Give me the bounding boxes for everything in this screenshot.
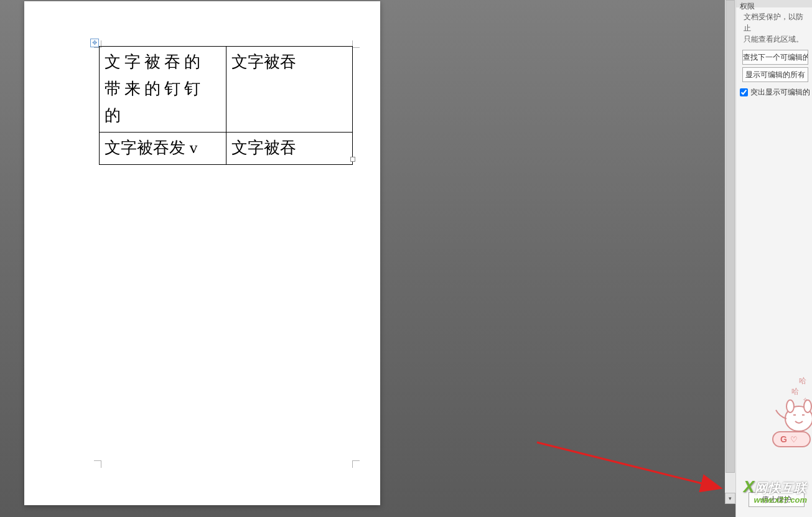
panel-buttons: 查找下一个可编辑的 显示可编辑的所有 xyxy=(736,47,812,86)
table-cell[interactable]: 文字被吞的带来的钉钉的 xyxy=(100,47,226,133)
annotation-arrow-icon xyxy=(534,439,733,495)
table-move-handle-icon[interactable]: ✥ xyxy=(90,39,99,47)
table-cell[interactable]: 文字被吞 xyxy=(226,132,353,164)
panel-description-line: 只能查看此区域。 xyxy=(744,35,803,44)
svg-point-4 xyxy=(786,400,794,412)
svg-line-1 xyxy=(537,442,719,488)
highlight-editable-checkbox[interactable] xyxy=(740,88,748,96)
svg-text:♡: ♡ xyxy=(790,435,798,444)
table-resize-handle-icon[interactable] xyxy=(350,157,355,162)
show-all-editable-button[interactable]: 显示可编辑的所有 xyxy=(742,67,808,82)
document-page[interactable]: ✥ 文字被吞的带来的钉钉的 文字被吞 文字被吞发 v 文字被吞 xyxy=(24,1,380,505)
stop-protection-button[interactable]: 停止保护 xyxy=(749,492,805,507)
mascot-text: 哈 xyxy=(791,387,799,396)
svg-text:G: G xyxy=(780,434,787,444)
table-cell[interactable]: 文字被吞发 v xyxy=(100,132,226,164)
highlight-editable-label: 突出显示可编辑的 xyxy=(750,87,810,98)
panel-description: 文档受保护，以防止 只能查看此区域。 xyxy=(736,7,812,47)
document-table[interactable]: 文字被吞的带来的钉钉的 文字被吞 文字被吞发 v 文字被吞 xyxy=(99,46,353,165)
margin-corner-bottom-left xyxy=(94,460,101,468)
table-row[interactable]: 文字被吞发 v 文字被吞 xyxy=(100,132,353,164)
find-next-editable-button[interactable]: 查找下一个可编辑的 xyxy=(742,50,808,65)
vertical-scrollbar[interactable]: ▾ xyxy=(725,0,735,504)
scrollbar-thumb[interactable] xyxy=(726,0,735,473)
mascot-text: 哈 xyxy=(799,376,806,385)
panel-title: 权限 xyxy=(736,0,812,7)
scrollbar-track[interactable] xyxy=(725,0,735,482)
margin-corner-bottom-right xyxy=(352,460,360,468)
margin-corner-top-right xyxy=(352,40,360,48)
svg-point-5 xyxy=(804,400,811,412)
table-cell[interactable]: 文字被吞 xyxy=(226,47,353,133)
scrollbar-down-button[interactable]: ▾ xyxy=(725,493,735,504)
table-row[interactable]: 文字被吞的带来的钉钉的 文字被吞 xyxy=(100,47,353,133)
panel-description-line: 文档受保护，以防止 xyxy=(744,12,803,32)
mascot-character-icon: 哈 哈 ✧ G ♡ xyxy=(754,374,812,455)
highlight-editable-checkbox-row[interactable]: 突出显示可编辑的 xyxy=(736,86,812,99)
